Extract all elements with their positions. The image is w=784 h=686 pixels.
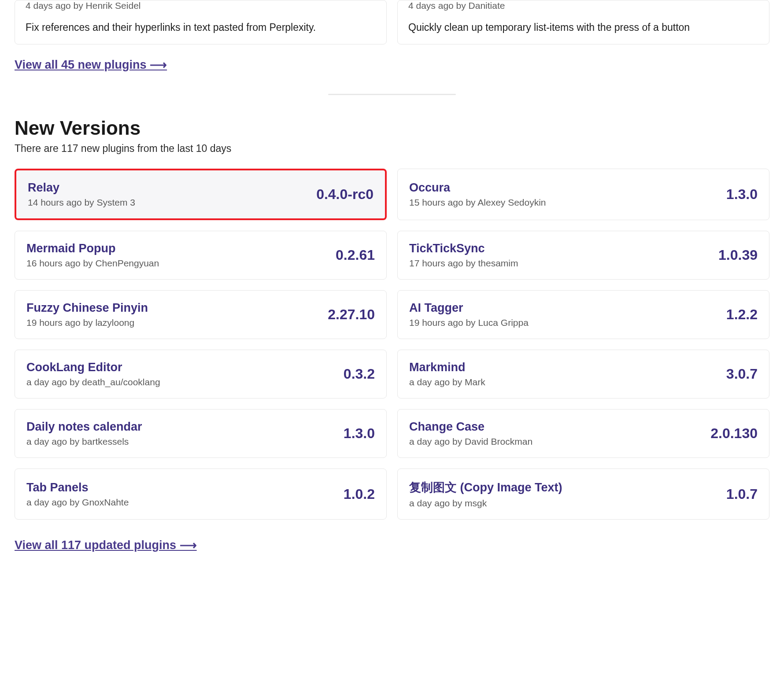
version-meta: 17 hours ago by thesamim	[409, 258, 518, 269]
version-number: 1.3.0	[344, 425, 375, 442]
plugin-card-desc: Fix references and their hyperlinks in t…	[26, 22, 376, 33]
version-grid: Relay14 hours ago by System 30.4.0-rc0Oc…	[15, 169, 769, 520]
version-card[interactable]: AI Tagger19 hours ago by Luca Grippa1.2.…	[397, 290, 769, 339]
version-number: 1.0.39	[718, 247, 758, 263]
version-card-left: Tab Panelsa day ago by GnoxNahte	[26, 481, 129, 508]
version-card-left: Relay14 hours ago by System 3	[28, 181, 135, 208]
version-meta: 16 hours ago by ChenPengyuan	[26, 258, 159, 269]
version-title: AI Tagger	[409, 301, 529, 315]
version-card[interactable]: Tab Panelsa day ago by GnoxNahte1.0.2	[15, 468, 387, 520]
version-meta: 15 hours ago by Alexey Sedoykin	[409, 197, 546, 208]
version-meta: 14 hours ago by System 3	[28, 197, 135, 208]
version-title: 复制图文 (Copy Image Text)	[409, 479, 562, 495]
version-number: 2.27.10	[328, 306, 375, 323]
view-all-new-plugins-link[interactable]: View all 45 new plugins ⟶	[15, 58, 167, 72]
version-card-left: CookLang Editora day ago by death_au/coo…	[26, 361, 160, 387]
version-card-left: Change Casea day ago by David Brockman	[409, 420, 533, 447]
view-all-updated-plugins-link[interactable]: View all 117 updated plugins ⟶	[15, 538, 197, 552]
version-card-left: Fuzzy Chinese Pinyin19 hours ago by lazy…	[26, 301, 148, 328]
top-cards-row: 4 days ago by Henrik Seidel Fix referenc…	[15, 0, 769, 44]
version-card[interactable]: CookLang Editora day ago by death_au/coo…	[15, 350, 387, 398]
plugin-card-meta: 4 days ago by Danitiate	[408, 0, 758, 11]
version-title: Mermaid Popup	[26, 242, 159, 255]
version-card-left: Daily notes calendara day ago by bartkes…	[26, 420, 142, 447]
version-title: Markmind	[409, 361, 485, 374]
version-card[interactable]: Mermaid Popup16 hours ago by ChenPengyua…	[15, 231, 387, 280]
version-meta: a day ago by msgk	[409, 498, 562, 509]
version-meta: 19 hours ago by Luca Grippa	[409, 317, 529, 328]
version-number: 0.4.0-rc0	[316, 186, 374, 203]
version-title: Occura	[409, 181, 546, 195]
version-title: TickTickSync	[409, 242, 518, 255]
version-card-left: TickTickSync17 hours ago by thesamim	[409, 242, 518, 269]
version-card[interactable]: TickTickSync17 hours ago by thesamim1.0.…	[397, 231, 769, 280]
version-title: Relay	[28, 181, 135, 195]
version-number: 1.2.2	[726, 306, 758, 323]
version-title: Tab Panels	[26, 481, 129, 494]
version-card-left: AI Tagger19 hours ago by Luca Grippa	[409, 301, 529, 328]
version-meta: a day ago by bartkessels	[26, 436, 142, 447]
version-title: Daily notes calendar	[26, 420, 142, 434]
version-card-left: Markminda day ago by Mark	[409, 361, 485, 387]
new-versions-title: New Versions	[15, 117, 769, 139]
version-number: 0.3.2	[344, 366, 375, 382]
plugin-card[interactable]: 4 days ago by Danitiate Quickly clean up…	[397, 0, 769, 44]
plugin-card-meta: 4 days ago by Henrik Seidel	[26, 0, 376, 11]
version-card[interactable]: 复制图文 (Copy Image Text)a day ago by msgk1…	[397, 468, 769, 520]
version-meta: a day ago by GnoxNahte	[26, 497, 129, 508]
plugin-card-desc: Quickly clean up temporary list-items wi…	[408, 22, 758, 33]
version-card-left: Mermaid Popup16 hours ago by ChenPengyua…	[26, 242, 159, 269]
version-card[interactable]: Occura15 hours ago by Alexey Sedoykin1.3…	[397, 169, 769, 220]
version-number: 1.0.7	[726, 486, 758, 502]
version-title: Fuzzy Chinese Pinyin	[26, 301, 148, 315]
version-card-left: 复制图文 (Copy Image Text)a day ago by msgk	[409, 479, 562, 509]
new-versions-subtitle: There are 117 new plugins from the last …	[15, 143, 769, 155]
version-card-left: Occura15 hours ago by Alexey Sedoykin	[409, 181, 546, 208]
version-number: 1.0.2	[344, 486, 375, 502]
version-title: CookLang Editor	[26, 361, 160, 374]
version-number: 1.3.0	[726, 186, 758, 203]
version-card[interactable]: Fuzzy Chinese Pinyin19 hours ago by lazy…	[15, 290, 387, 339]
version-meta: a day ago by David Brockman	[409, 436, 533, 447]
version-number: 2.0.130	[710, 425, 758, 442]
version-meta: a day ago by death_au/cooklang	[26, 377, 160, 387]
plugin-card[interactable]: 4 days ago by Henrik Seidel Fix referenc…	[15, 0, 387, 44]
version-title: Change Case	[409, 420, 533, 434]
section-divider	[328, 94, 456, 95]
version-card[interactable]: Relay14 hours ago by System 30.4.0-rc0	[15, 169, 387, 220]
version-meta: a day ago by Mark	[409, 377, 485, 387]
version-number: 0.2.61	[336, 247, 375, 263]
version-card[interactable]: Change Casea day ago by David Brockman2.…	[397, 409, 769, 458]
version-card[interactable]: Markminda day ago by Mark3.0.7	[397, 350, 769, 398]
version-meta: 19 hours ago by lazyloong	[26, 317, 148, 328]
version-card[interactable]: Daily notes calendara day ago by bartkes…	[15, 409, 387, 458]
version-number: 3.0.7	[726, 366, 758, 382]
